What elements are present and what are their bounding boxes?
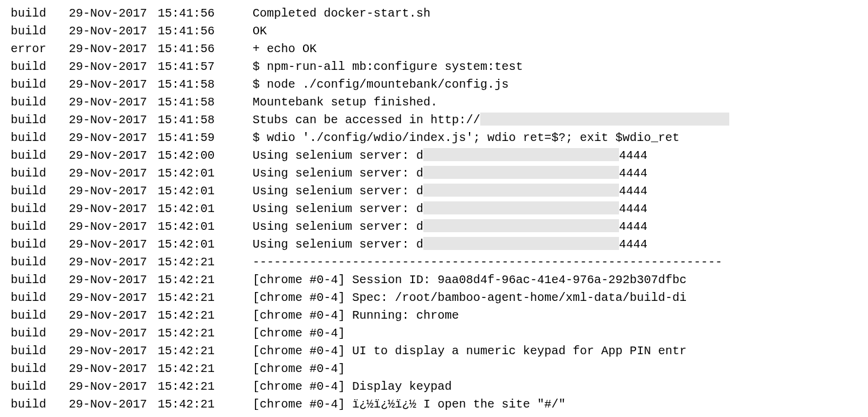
log-text: + echo OK: [253, 42, 317, 56]
log-message: Using selenium server: d4444: [253, 147, 857, 165]
log-date: 29-Nov-2017: [69, 289, 158, 307]
log-time: 15:41:58: [158, 76, 253, 94]
redacted-block: [423, 237, 619, 250]
log-row: build29-Nov-201715:41:56OK: [11, 23, 857, 40]
log-date: 29-Nov-2017: [69, 40, 158, 58]
log-text: [chrome #0-4] Session ID: 9aa08d4f-96ac-…: [253, 273, 687, 287]
log-message: Stubs can be accessed in http://: [253, 111, 857, 129]
log-row: build29-Nov-201715:42:21[chrome #0-4] Sp…: [11, 289, 857, 307]
log-message: [chrome #0-4] Display keypad: [253, 378, 857, 396]
log-date: 29-Nov-2017: [69, 94, 158, 111]
log-time: 15:41:57: [158, 58, 253, 76]
log-text: Stubs can be accessed in http://: [253, 113, 480, 127]
log-level: build: [11, 200, 69, 218]
log-date: 29-Nov-2017: [69, 200, 158, 218]
log-row: build29-Nov-201715:42:21[chrome #0-4] Di…: [11, 378, 857, 396]
log-time: 15:42:01: [158, 165, 253, 182]
log-level: build: [11, 129, 69, 147]
log-date: 29-Nov-2017: [69, 129, 158, 147]
log-row: build29-Nov-201715:42:21[chrome #0-4] Se…: [11, 271, 857, 289]
log-time: 15:42:21: [158, 342, 253, 360]
log-date: 29-Nov-2017: [69, 23, 158, 40]
log-time: 15:41:58: [158, 111, 253, 129]
log-date: 29-Nov-2017: [69, 218, 158, 236]
redacted-block: [423, 201, 619, 214]
log-text: 4444: [619, 238, 647, 251]
log-time: 15:41:59: [158, 129, 253, 147]
log-time: 15:42:21: [158, 396, 253, 413]
log-text: 4444: [619, 149, 647, 162]
log-level: build: [11, 236, 69, 254]
log-message: $ wdio './config/wdio/index.js'; wdio re…: [253, 129, 857, 147]
log-time: 15:42:01: [158, 200, 253, 218]
log-text: 4444: [619, 184, 647, 198]
log-level: build: [11, 94, 69, 111]
log-date: 29-Nov-2017: [69, 254, 158, 271]
log-text: Using selenium server: d: [253, 149, 423, 162]
log-level: build: [11, 23, 69, 40]
log-level: build: [11, 396, 69, 413]
log-time: 15:42:01: [158, 182, 253, 200]
log-time: 15:41:56: [158, 23, 253, 40]
log-message: $ npm-run-all mb:configure system:test: [253, 58, 857, 76]
log-message: [chrome #0-4] Running: chrome: [253, 307, 857, 325]
log-level: error: [11, 40, 69, 58]
log-time: 15:41:56: [158, 5, 253, 23]
log-text: [chrome #0-4] Display keypad: [253, 380, 452, 393]
log-row: build29-Nov-201715:42:01Using selenium s…: [11, 200, 857, 218]
log-time: 15:42:01: [158, 236, 253, 254]
log-message: Using selenium server: d4444: [253, 236, 857, 254]
log-date: 29-Nov-2017: [69, 5, 158, 23]
log-row: build29-Nov-201715:42:00Using selenium s…: [11, 147, 857, 165]
log-message: Using selenium server: d4444: [253, 218, 857, 236]
log-date: 29-Nov-2017: [69, 271, 158, 289]
log-message: [chrome #0-4] Session ID: 9aa08d4f-96ac-…: [253, 271, 857, 289]
log-level: build: [11, 289, 69, 307]
log-text: $ wdio './config/wdio/index.js'; wdio re…: [253, 131, 679, 145]
log-level: build: [11, 342, 69, 360]
log-text: [chrome #0-4] UI to display a numeric ke…: [253, 344, 687, 358]
log-message: [chrome #0-4] ï¿½ï¿½ï¿½ I open the site …: [253, 396, 857, 413]
log-date: 29-Nov-2017: [69, 182, 158, 200]
log-level: build: [11, 58, 69, 76]
log-message: [chrome #0-4] UI to display a numeric ke…: [253, 342, 857, 360]
log-date: 29-Nov-2017: [69, 360, 158, 378]
log-date: 29-Nov-2017: [69, 165, 158, 182]
log-time: 15:42:21: [158, 254, 253, 271]
log-level: build: [11, 307, 69, 325]
log-text: [chrome #0-4] ï¿½ï¿½ï¿½ I open the site …: [253, 397, 566, 411]
log-row: build29-Nov-201715:42:01Using selenium s…: [11, 182, 857, 200]
log-row: build29-Nov-201715:41:58Stubs can be acc…: [11, 111, 857, 129]
log-row: error29-Nov-201715:41:56+ echo OK: [11, 40, 857, 58]
log-text: Mountebank setup finished.: [253, 95, 438, 109]
log-row: build29-Nov-201715:41:56Completed docker…: [11, 5, 857, 23]
log-text: 4444: [619, 220, 647, 233]
log-date: 29-Nov-2017: [69, 342, 158, 360]
log-text: Using selenium server: d: [253, 238, 423, 251]
log-text: Using selenium server: d: [253, 184, 423, 198]
log-time: 15:42:21: [158, 378, 253, 396]
log-message: OK: [253, 23, 857, 40]
log-date: 29-Nov-2017: [69, 236, 158, 254]
log-text: 4444: [619, 202, 647, 216]
log-level: build: [11, 111, 69, 129]
log-level: build: [11, 360, 69, 378]
log-row: build29-Nov-201715:41:57$ npm-run-all mb…: [11, 58, 857, 76]
log-text: $ node ./config/mountebank/config.js: [253, 78, 509, 91]
log-row: build29-Nov-201715:42:21[chrome #0-4] Ru…: [11, 307, 857, 325]
log-row: build29-Nov-201715:42:01Using selenium s…: [11, 165, 857, 182]
log-level: build: [11, 378, 69, 396]
log-row: build29-Nov-201715:41:58$ node ./config/…: [11, 76, 857, 94]
log-text: Using selenium server: d: [253, 220, 423, 233]
log-level: build: [11, 218, 69, 236]
log-date: 29-Nov-2017: [69, 307, 158, 325]
log-row: build29-Nov-201715:42:21[chrome #0-4]: [11, 325, 857, 342]
log-time: 15:42:21: [158, 325, 253, 342]
log-output: build29-Nov-201715:41:56Completed docker…: [11, 5, 857, 413]
log-date: 29-Nov-2017: [69, 111, 158, 129]
log-text: [chrome #0-4]: [253, 362, 345, 376]
log-level: build: [11, 271, 69, 289]
log-date: 29-Nov-2017: [69, 325, 158, 342]
log-message: $ node ./config/mountebank/config.js: [253, 76, 857, 94]
log-level: build: [11, 325, 69, 342]
